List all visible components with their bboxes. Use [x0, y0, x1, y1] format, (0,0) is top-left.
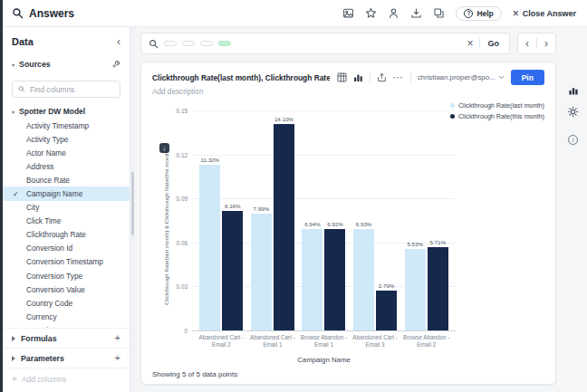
column-item[interactable]: Activity Type	[3, 132, 130, 146]
column-label: Activity Timestamp	[26, 121, 89, 130]
bar-value-label: 7.99%	[254, 206, 270, 212]
bar-group: 6.93%2.70%Abandoned Cart - Email 3	[350, 110, 401, 330]
column-item[interactable]: City	[3, 201, 130, 215]
chevron-down-icon	[498, 74, 505, 81]
legend-item[interactable]: Clickthrough Rate(this month)	[450, 112, 544, 120]
find-columns-input[interactable]	[30, 85, 114, 94]
divider	[410, 72, 411, 82]
sort-descending-icon[interactable]: ↓	[159, 143, 169, 153]
column-item[interactable]: Country Code	[3, 296, 130, 310]
add-parameter-icon[interactable]: +	[115, 353, 120, 363]
scrollbar-thumb[interactable]	[131, 172, 134, 235]
x-tick-label: Browse Abandon - Email 1	[296, 334, 351, 349]
copy-icon[interactable]	[433, 7, 445, 19]
bar[interactable]	[405, 249, 426, 330]
legend-item[interactable]: Clickthrough Rate(last month)	[450, 101, 544, 110]
column-item[interactable]: Currency	[3, 310, 130, 323]
star-icon[interactable]	[365, 7, 377, 19]
search-icon	[18, 85, 25, 93]
bar[interactable]	[251, 214, 272, 330]
description-placeholder[interactable]: Add description	[152, 88, 544, 96]
column-label: Address	[26, 162, 53, 171]
bar[interactable]	[222, 211, 243, 330]
column-item[interactable]: Clickthrough Rate	[3, 228, 130, 242]
clear-query-icon[interactable]: ×	[467, 38, 473, 49]
help-button[interactable]: ? Help	[456, 6, 501, 21]
column-label: Country Code	[26, 299, 72, 308]
column-item[interactable]: Activity Timestamp	[3, 119, 130, 132]
column-item[interactable]: Domain	[3, 323, 130, 328]
bar[interactable]	[428, 247, 448, 331]
divider	[370, 72, 370, 82]
chart-view-icon[interactable]	[353, 72, 363, 82]
add-formula-icon[interactable]: +	[115, 333, 120, 343]
query-token[interactable]	[182, 41, 195, 46]
check-icon: ✓	[13, 190, 19, 198]
sources-row[interactable]: ▾ Sources	[3, 53, 130, 75]
query-token[interactable]	[200, 41, 213, 46]
query-search-bar[interactable]: × Go	[140, 33, 510, 54]
x-axis-title: Campaign Name	[152, 356, 544, 364]
column-item[interactable]: Conversion Type	[3, 269, 130, 282]
model-name: Spotter DW Model	[19, 107, 85, 116]
pin-button[interactable]: Pin	[511, 70, 544, 85]
legend-dot	[450, 103, 455, 108]
legend-label: Clickthrough Rate(this month)	[458, 112, 544, 120]
chart-legend: Clickthrough Rate(last month)Clickthroug…	[450, 101, 544, 120]
answer-actions: ⋯ christiaan.proper@spo... Pin	[337, 70, 544, 85]
close-answer-button[interactable]: × Close Answer	[513, 8, 576, 19]
close-icon: ×	[513, 8, 519, 19]
caret-down-icon: ▾	[12, 62, 14, 68]
export-icon[interactable]	[377, 72, 387, 82]
bar-value-label: 11.32%	[201, 157, 220, 163]
add-columns-button[interactable]: + Add columns	[3, 368, 130, 392]
column-item[interactable]: Address	[3, 159, 130, 173]
profile-icon[interactable]	[388, 7, 399, 19]
bar-group: 11.32%8.16%Abandoned Cart - Email 2	[196, 110, 247, 330]
x-tick-label: Abandoned Cart - Email 2	[194, 334, 249, 349]
info-icon[interactable]: i	[568, 135, 578, 145]
column-item[interactable]: Click Time	[3, 215, 130, 228]
table-view-icon[interactable]	[337, 72, 347, 82]
column-item[interactable]: Actor Name	[3, 146, 130, 159]
bar-value-label: 14.10%	[274, 116, 294, 122]
bar-value-label: 2.70%	[379, 282, 395, 289]
column-item[interactable]: ✓ Campaign Name	[3, 186, 130, 200]
parameters-row[interactable]: Parameters +	[3, 348, 130, 368]
model-row[interactable]: ▾ Spotter DW Model	[3, 104, 130, 119]
column-label: Conversion Timestamp	[26, 257, 103, 266]
column-item[interactable]: Bounce Rate	[3, 173, 130, 186]
caret-down-icon: ▾	[12, 109, 14, 115]
chart-config-icon[interactable]	[568, 85, 579, 96]
sources-label: Sources	[19, 60, 51, 69]
download-icon[interactable]	[410, 7, 422, 19]
query-token[interactable]	[164, 41, 177, 46]
author-dropdown[interactable]: christiaan.proper@spo...	[418, 73, 505, 81]
column-item[interactable]: Conversion Id	[3, 242, 130, 255]
bar-value-label: 5.71%	[429, 239, 446, 245]
bar[interactable]	[302, 229, 322, 330]
column-item[interactable]: Conversion Timestamp	[3, 255, 130, 269]
go-button[interactable]: Go	[486, 39, 503, 48]
undo-button[interactable]: ‹	[518, 38, 536, 49]
image-icon[interactable]	[342, 7, 354, 19]
author-label: christiaan.proper@spo...	[418, 73, 496, 81]
bar[interactable]	[353, 229, 374, 330]
more-menu-icon[interactable]: ⋯	[393, 72, 404, 82]
bar[interactable]	[199, 165, 220, 330]
formulas-row[interactable]: Formulas +	[3, 328, 130, 348]
bar[interactable]	[324, 229, 345, 330]
wrench-icon[interactable]	[111, 56, 120, 72]
column-item[interactable]: Conversion Value	[3, 282, 130, 296]
column-label: Click Time	[26, 216, 61, 225]
search-icon	[149, 39, 159, 49]
collapse-panel-icon[interactable]: ‹	[117, 36, 120, 47]
redo-button[interactable]: ›	[537, 38, 555, 49]
find-columns-search[interactable]	[12, 81, 120, 98]
bar[interactable]	[376, 291, 397, 330]
settings-gear-icon[interactable]	[567, 106, 579, 118]
add-columns-label: Add columns	[22, 375, 66, 384]
query-token[interactable]	[218, 41, 231, 46]
main-area: × Go ‹ › Clickthrough Rate(last month), …	[135, 27, 587, 392]
bar[interactable]	[274, 124, 294, 330]
